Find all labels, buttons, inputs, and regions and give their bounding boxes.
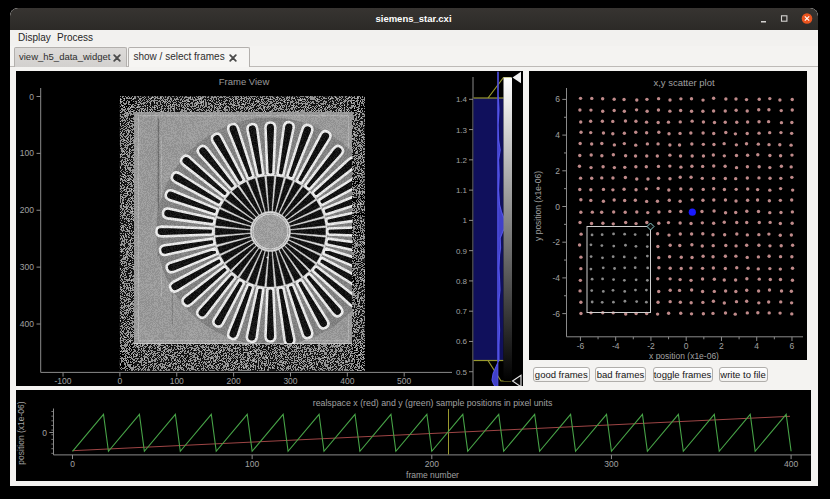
svg-text:0: 0 [70,458,75,468]
svg-text:frame number: frame number [406,470,459,480]
svg-text:0.9: 0.9 [456,247,468,256]
svg-text:-4: -4 [552,273,560,283]
svg-text:0.5: 0.5 [456,368,468,377]
svg-text:-2: -2 [647,341,655,351]
svg-text:100: 100 [245,458,259,468]
svg-text:-4: -4 [612,341,620,351]
svg-text:400: 400 [340,376,354,386]
svg-text:4: 4 [754,341,759,351]
svg-text:200: 200 [424,458,438,468]
svg-text:0: 0 [118,376,123,386]
svg-text:x,y scatter plot: x,y scatter plot [653,77,715,88]
svg-text:0.6: 0.6 [456,337,468,346]
svg-text:x position (x1e-06): x position (x1e-06) [649,351,719,360]
svg-text:-100: -100 [55,376,72,386]
svg-text:1.1: 1.1 [456,186,468,195]
svg-text:100: 100 [20,148,34,158]
svg-text:2: 2 [555,166,560,176]
svg-text:-2: -2 [552,237,560,247]
svg-text:y position (x1e-06): y position (x1e-06) [533,171,543,241]
svg-text:0: 0 [29,92,34,102]
svg-text:200: 200 [227,376,241,386]
svg-text:0.8: 0.8 [456,277,468,286]
svg-text:4: 4 [555,130,560,140]
svg-text:6: 6 [555,94,560,104]
svg-text:300: 300 [283,376,297,386]
svg-text:1: 1 [463,216,468,225]
svg-text:100: 100 [170,376,184,386]
svg-text:1.3: 1.3 [456,126,468,135]
svg-text:0.7: 0.7 [456,307,468,316]
svg-text:1.2: 1.2 [456,156,468,165]
svg-text:0: 0 [42,427,47,437]
svg-text:0: 0 [555,202,560,212]
svg-text:300: 300 [604,458,618,468]
svg-text:1.4: 1.4 [456,95,468,104]
svg-text:400: 400 [20,319,34,329]
svg-text:Frame View: Frame View [219,76,270,87]
svg-text:0: 0 [684,341,689,351]
svg-text:6: 6 [790,341,795,351]
svg-text:400: 400 [784,458,798,468]
svg-text:2: 2 [719,341,724,351]
svg-text:-6: -6 [577,341,585,351]
svg-text:300: 300 [20,262,34,272]
svg-text:realspace x (red) and y (green: realspace x (red) and y (green) sample p… [312,398,552,408]
svg-text:200: 200 [20,205,34,215]
svg-text:position (x1e-06): position (x1e-06) [16,401,26,464]
svg-text:500: 500 [397,376,411,386]
svg-text:-6: -6 [552,309,560,319]
